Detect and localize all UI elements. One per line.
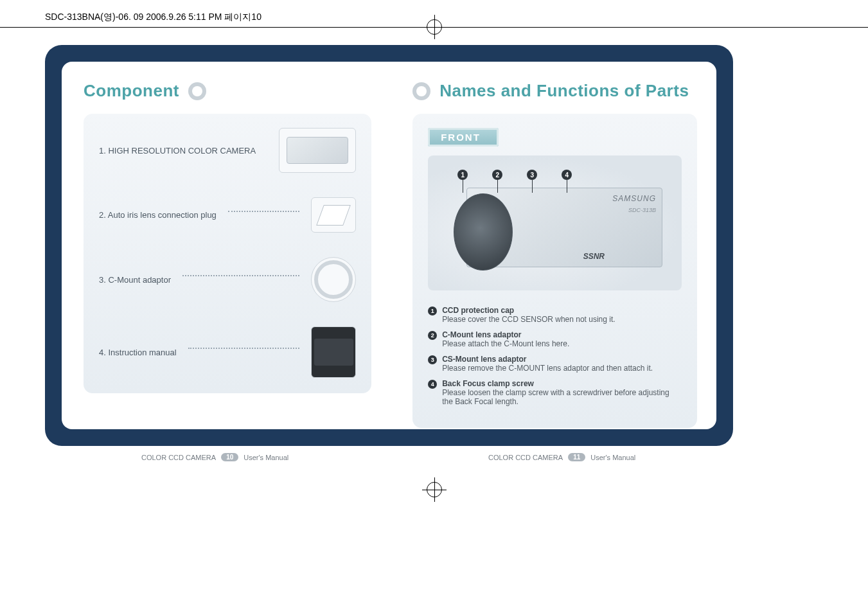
parts-panel: FRONT SAMSUNG SDC-313B SSNR 1 2 3 4 bbox=[412, 114, 697, 428]
part-definition: 1 CCD protection cap Please cover the CC… bbox=[428, 306, 682, 324]
camera-thumbnail-icon bbox=[279, 128, 356, 173]
part-definition: 2 C-Mount lens adaptor Please attach the… bbox=[428, 330, 682, 348]
manual-thumbnail-icon bbox=[311, 326, 356, 378]
definition-title: CCD protection cap bbox=[442, 306, 514, 315]
definition-title: CS-Mount lens adaptor bbox=[442, 355, 526, 364]
leader-dots bbox=[228, 211, 299, 212]
callout-number: 1 bbox=[457, 170, 468, 180]
footer-left: COLOR CCD CAMERA 10 User's Manual bbox=[141, 453, 288, 461]
c-mount-ring-thumbnail-icon bbox=[311, 257, 356, 302]
camera-ssnr-badge: SSNR bbox=[583, 252, 605, 261]
figure-callouts: 1 2 3 4 bbox=[457, 170, 572, 180]
component-label: 1. HIGH RESOLUTION COLOR CAMERA bbox=[99, 146, 256, 155]
footer-right: COLOR CCD CAMERA 11 User's Manual bbox=[488, 453, 635, 461]
footer-series: COLOR CCD CAMERA bbox=[141, 454, 216, 461]
iris-plug-thumbnail-icon bbox=[311, 197, 356, 233]
section-bullet-icon bbox=[188, 82, 206, 100]
component-label: 4. Instruction manual bbox=[99, 348, 177, 357]
footer-series: COLOR CCD CAMERA bbox=[488, 454, 563, 461]
camera-lens-icon bbox=[454, 193, 513, 271]
footer-label: User's Manual bbox=[244, 454, 288, 461]
callout-number: 3 bbox=[527, 170, 537, 180]
definition-desc: Please remove the C-MOUNT lens adaptor a… bbox=[442, 364, 653, 373]
print-job-label: SDC-313BNA(영)-06. 09 2006.9.26 5:11 PM 페… bbox=[45, 12, 261, 23]
camera-front-figure: SAMSUNG SDC-313B SSNR 1 2 3 4 bbox=[428, 155, 682, 290]
callout-number: 2 bbox=[492, 170, 502, 180]
component-item: 2. Auto iris lens connection plug bbox=[99, 197, 356, 233]
component-label: 2. Auto iris lens connection plug bbox=[99, 210, 217, 220]
front-subheading: FRONT bbox=[428, 128, 499, 147]
definition-number-icon: 1 bbox=[428, 306, 437, 315]
leader-dots bbox=[188, 348, 299, 349]
part-definitions: 1 CCD protection cap Please cover the CC… bbox=[428, 306, 682, 406]
definition-number-icon: 2 bbox=[428, 331, 437, 340]
part-definition: 3 CS-Mount lens adaptor Please remove th… bbox=[428, 355, 682, 373]
manual-spread: Component 1. HIGH RESOLUTION COLOR CAMER… bbox=[45, 45, 733, 446]
footer-label: User's Manual bbox=[590, 454, 635, 461]
definition-desc: Please loosen the clamp screw with a scr… bbox=[442, 388, 669, 406]
section-title-right: Names and Functions of Parts bbox=[439, 81, 689, 101]
section-bullet-icon bbox=[412, 82, 430, 100]
crop-register-top bbox=[427, 19, 442, 35]
component-panel: 1. HIGH RESOLUTION COLOR CAMERA 2. Auto … bbox=[84, 114, 371, 393]
section-title-left: Component bbox=[84, 81, 179, 101]
page-right: Names and Functions of Parts FRONT SAMSU… bbox=[391, 62, 716, 429]
callout-number: 4 bbox=[562, 170, 572, 180]
definition-title: C-Mount lens adaptor bbox=[442, 330, 521, 339]
definition-number-icon: 4 bbox=[428, 380, 437, 389]
page-number-left: 10 bbox=[221, 453, 238, 461]
component-item: 3. C-Mount adaptor bbox=[99, 257, 356, 302]
definition-desc: Please attach the C-Mount lens here. bbox=[442, 339, 569, 348]
component-item: 1. HIGH RESOLUTION COLOR CAMERA bbox=[99, 128, 356, 173]
definition-number-icon: 3 bbox=[428, 355, 437, 364]
part-definition: 4 Back Focus clamp screw Please loosen t… bbox=[428, 379, 682, 406]
leader-dots bbox=[182, 275, 299, 276]
camera-brand-label: SAMSUNG bbox=[612, 194, 656, 203]
page-left: Component 1. HIGH RESOLUTION COLOR CAMER… bbox=[62, 62, 391, 429]
page-number-right: 11 bbox=[568, 453, 585, 461]
definition-desc: Please cover the CCD SENSOR when not usi… bbox=[442, 315, 615, 324]
camera-model-label: SDC-313B bbox=[628, 207, 656, 213]
component-label: 3. C-Mount adaptor bbox=[99, 275, 171, 285]
crop-register-bottom bbox=[427, 482, 442, 497]
component-item: 4. Instruction manual bbox=[99, 326, 356, 378]
definition-title: Back Focus clamp screw bbox=[442, 379, 534, 388]
